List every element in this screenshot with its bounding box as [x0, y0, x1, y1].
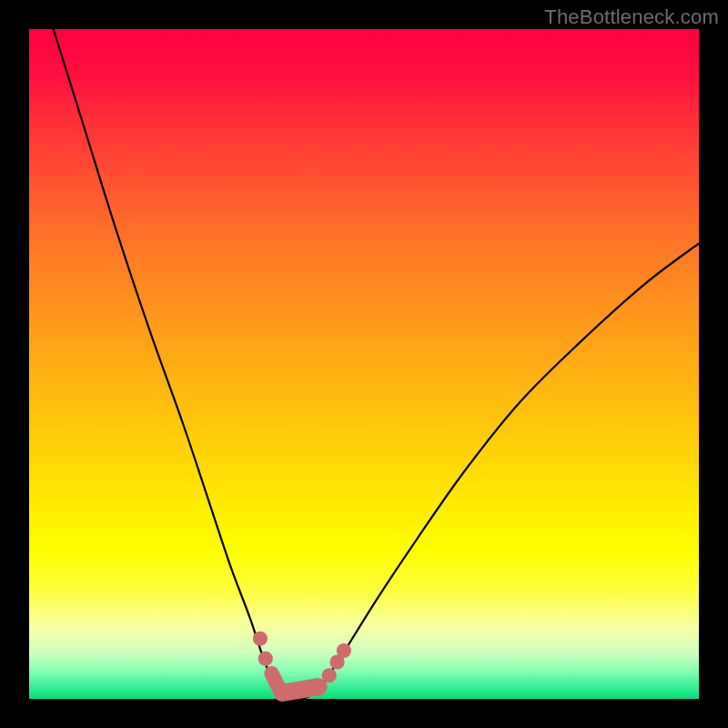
chart-frame: TheBottleneck.com [0, 0, 728, 728]
watermark-text: TheBottleneck.com [544, 5, 719, 29]
marker-segment [271, 673, 278, 687]
marker-dot [337, 643, 351, 658]
marker-dot [258, 652, 273, 666]
marker-dot [253, 632, 268, 646]
plot-area [29, 29, 699, 699]
marker-segment [282, 687, 318, 693]
bottleneck-curve [29, 29, 699, 699]
